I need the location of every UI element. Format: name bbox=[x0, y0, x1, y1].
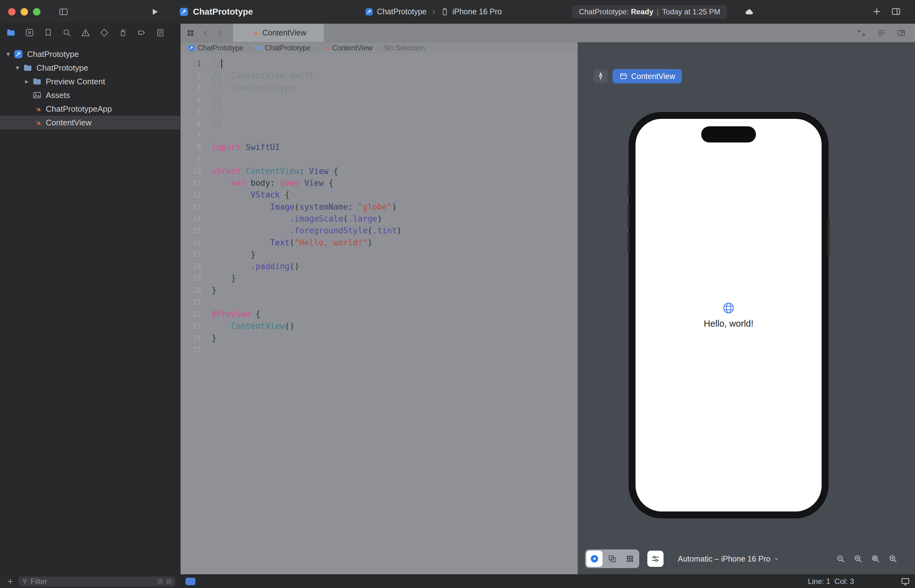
line-number[interactable]: 19 bbox=[181, 274, 201, 282]
globe-icon bbox=[723, 302, 735, 314]
add-filter-icon[interactable] bbox=[166, 578, 172, 585]
zoom-in-button[interactable] bbox=[888, 554, 897, 564]
zoom-actual-button[interactable] bbox=[854, 554, 863, 564]
code-line: 6// bbox=[181, 117, 578, 129]
forward-chevron-icon[interactable] bbox=[216, 29, 223, 37]
add-file-button[interactable] bbox=[6, 577, 14, 585]
sidebar-item-contentview[interactable]: ContentView bbox=[0, 116, 180, 129]
line-number[interactable]: 25 bbox=[181, 346, 201, 354]
breadcrumb-item[interactable]: No Selection bbox=[384, 44, 425, 52]
reports-navigator-icon[interactable] bbox=[155, 28, 165, 37]
add-button[interactable] bbox=[872, 7, 881, 16]
tests-navigator-icon[interactable] bbox=[100, 28, 109, 37]
preview-tab-pill[interactable]: ContentView bbox=[613, 69, 682, 83]
grid-button[interactable] bbox=[622, 551, 638, 567]
zoom-out-button[interactable] bbox=[836, 554, 845, 564]
run-button[interactable] bbox=[150, 7, 159, 16]
line-number[interactable]: 1 bbox=[181, 60, 201, 68]
line-number[interactable]: 16 bbox=[181, 239, 201, 247]
line-number[interactable]: 10 bbox=[181, 167, 201, 175]
filter-field[interactable] bbox=[19, 577, 175, 586]
line-number[interactable]: 6 bbox=[181, 120, 201, 128]
breadcrumb-item[interactable]: ChatPrototype bbox=[255, 44, 310, 52]
code-line: 12 VStack { bbox=[181, 189, 578, 201]
sidebar-item-chatprototypeapp[interactable]: ChatPrototypeApp bbox=[0, 102, 180, 116]
sidebar-item-chatprototype-project[interactable]: ▾ChatPrototype bbox=[0, 47, 180, 61]
scheme-button[interactable]: ChatPrototype bbox=[365, 7, 427, 16]
preview-destination-picker[interactable]: Automatic – iPhone 16 Pro bbox=[678, 554, 779, 564]
line-number[interactable]: 22 bbox=[181, 310, 201, 318]
issues-navigator-icon[interactable] bbox=[81, 28, 90, 37]
sidebar-item-chatprototype-group[interactable]: ▾ChatPrototype bbox=[0, 61, 180, 75]
line-number[interactable]: 20 bbox=[181, 286, 201, 294]
line-number[interactable]: 9 bbox=[181, 155, 201, 163]
inspector-toggle-icon[interactable] bbox=[891, 6, 901, 16]
editor-region: ContentView ChatPrototypeChatPrototypeCo… bbox=[181, 24, 915, 574]
line-number[interactable]: 8 bbox=[181, 143, 201, 151]
titlebar: ChatPrototype ChatPrototype iPhone 16 Pr… bbox=[0, 0, 915, 24]
line-number[interactable]: 24 bbox=[181, 334, 201, 342]
line-number[interactable]: 21 bbox=[181, 298, 201, 306]
breadcrumb-item[interactable]: ContentView bbox=[322, 44, 373, 52]
debug-navigator-icon[interactable] bbox=[118, 28, 128, 37]
preview-pill-label: ContentView bbox=[631, 72, 675, 81]
disclosure-down-icon[interactable]: ▾ bbox=[12, 64, 23, 72]
line-number[interactable]: 17 bbox=[181, 250, 201, 258]
code-line: 4// bbox=[181, 94, 578, 105]
disclosure-down-icon[interactable]: ▾ bbox=[3, 50, 14, 58]
folder-icon bbox=[23, 63, 32, 73]
pin-preview-button[interactable] bbox=[594, 69, 608, 83]
bookmarks-navigator-icon[interactable] bbox=[44, 28, 53, 37]
live-preview-button[interactable] bbox=[586, 551, 603, 567]
line-number[interactable]: 4 bbox=[181, 95, 201, 103]
disclosure-right-icon[interactable]: ▸ bbox=[21, 78, 32, 86]
sidebar-item-preview-content[interactable]: ▸Preview Content bbox=[0, 75, 180, 88]
related-items-icon[interactable] bbox=[186, 29, 195, 37]
device-settings-button[interactable] bbox=[647, 551, 664, 567]
swift-icon bbox=[32, 118, 42, 127]
preview-screen[interactable]: Hello, world! bbox=[635, 119, 822, 512]
line-number[interactable]: 12 bbox=[181, 191, 201, 199]
tab-contentview[interactable]: ContentView bbox=[233, 24, 324, 42]
line-number[interactable]: 15 bbox=[181, 226, 201, 234]
editor-chip-icon[interactable] bbox=[186, 578, 196, 585]
close-button[interactable] bbox=[8, 8, 16, 16]
line-number[interactable]: 11 bbox=[181, 179, 201, 187]
breadcrumb-item[interactable]: ChatPrototype bbox=[188, 44, 243, 52]
line-number[interactable]: 3 bbox=[181, 84, 201, 92]
line-number[interactable]: 23 bbox=[181, 322, 201, 330]
source-control-navigator-icon[interactable] bbox=[25, 28, 34, 37]
chevron-down-icon bbox=[774, 556, 779, 561]
find-navigator-icon[interactable] bbox=[62, 28, 71, 37]
destination-button[interactable]: iPhone 16 Pro bbox=[441, 7, 502, 16]
minimize-button[interactable] bbox=[21, 8, 28, 16]
code-line: 24} bbox=[181, 332, 578, 344]
filter-input[interactable] bbox=[31, 577, 155, 586]
line-number[interactable]: 5 bbox=[181, 107, 201, 115]
code-review-icon[interactable] bbox=[857, 29, 866, 37]
preview-destination-label: Automatic – iPhone 16 Pro bbox=[678, 554, 770, 564]
sidebar-item-assets[interactable]: Assets bbox=[0, 88, 180, 102]
line-number[interactable]: 18 bbox=[181, 262, 201, 270]
sidebar-toggle-icon[interactable] bbox=[58, 7, 68, 17]
breakpoints-navigator-icon[interactable] bbox=[137, 28, 146, 37]
line-number[interactable]: 2 bbox=[181, 71, 201, 80]
variants-button[interactable] bbox=[604, 551, 620, 567]
code-editor[interactable]: 1//2// ContentView.swift3// ChatPrototyp… bbox=[181, 53, 578, 574]
assets-icon bbox=[32, 90, 42, 100]
line-number[interactable]: 13 bbox=[181, 203, 201, 211]
code-line: 23 ContentView() bbox=[181, 320, 578, 332]
editor-list-icon[interactable] bbox=[877, 29, 886, 37]
line-number[interactable]: 14 bbox=[181, 215, 201, 223]
display-icon[interactable] bbox=[901, 577, 910, 586]
project-navigator-tree: ▾ChatPrototype▾ChatPrototype▸Preview Con… bbox=[0, 42, 180, 574]
back-chevron-icon[interactable] bbox=[202, 29, 209, 37]
preview-canvas[interactable]: ContentView Hello, world! bbox=[578, 42, 915, 574]
sidebar-item-label: ChatPrototypeApp bbox=[46, 104, 112, 114]
add-editor-icon[interactable] bbox=[897, 29, 906, 37]
line-number[interactable]: 7 bbox=[181, 131, 201, 139]
fullscreen-button[interactable] bbox=[33, 8, 40, 16]
recents-clock-icon[interactable] bbox=[157, 578, 163, 585]
project-navigator-icon[interactable] bbox=[6, 28, 16, 37]
zoom-fit-button[interactable] bbox=[871, 554, 880, 564]
